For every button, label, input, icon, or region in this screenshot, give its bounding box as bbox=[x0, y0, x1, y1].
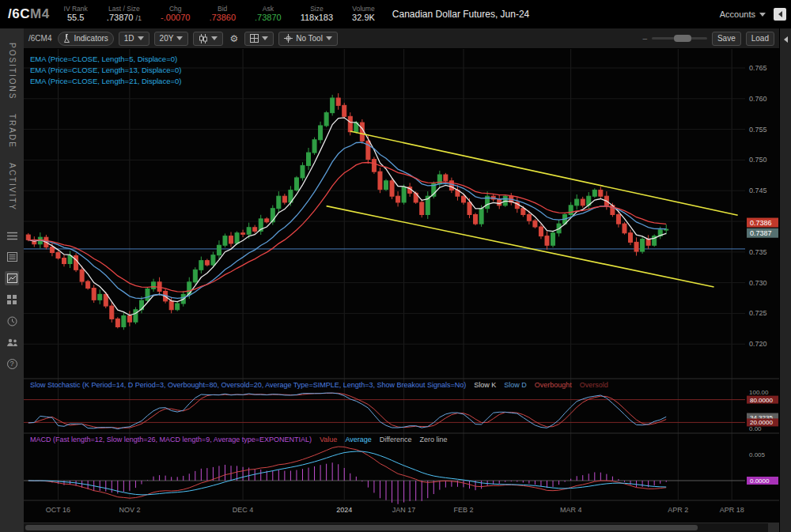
svg-text:DEC 4: DEC 4 bbox=[233, 506, 254, 514]
svg-text:0.750: 0.750 bbox=[749, 156, 767, 164]
candlestick-icon bbox=[199, 34, 208, 43]
svg-text:0.745: 0.745 bbox=[749, 187, 767, 194]
stat-value: 118x183 bbox=[301, 13, 333, 24]
stat-value: 55.5 bbox=[67, 13, 84, 24]
chart-area[interactable]: OCT 16NOV 2DEC 42024JAN 17FEB 2MAR 4APR … bbox=[24, 49, 779, 523]
zoom-slider-thumb[interactable] bbox=[674, 35, 691, 42]
svg-text:0.730: 0.730 bbox=[749, 279, 767, 287]
trading-app: /6CM4 IV Rank 55.5 Last / Size .73870 /1… bbox=[0, 0, 791, 532]
toolbar-symbol: /6CM4 bbox=[28, 34, 51, 43]
chevron-down-icon bbox=[262, 36, 268, 40]
horizontal-scrollbar[interactable] bbox=[24, 523, 779, 532]
symbol-title: /6CM4 bbox=[8, 6, 50, 22]
load-label: Load bbox=[751, 34, 769, 43]
stat-label: Volume bbox=[352, 5, 374, 13]
help-glyph: ? bbox=[9, 360, 13, 368]
header: /6CM4 IV Rank 55.5 Last / Size .73870 /1… bbox=[0, 0, 791, 28]
history-icon[interactable] bbox=[5, 314, 19, 328]
zoom-slider[interactable] bbox=[652, 37, 707, 40]
menu-icon[interactable] bbox=[5, 228, 19, 243]
chevron-down-icon bbox=[138, 36, 144, 40]
save-label: Save bbox=[717, 34, 736, 43]
stat-value: .73870 bbox=[255, 13, 282, 24]
accounts-label: Accounts bbox=[720, 9, 755, 19]
stat-value: .73870 /1 bbox=[107, 13, 142, 24]
chart-module: /6CM4 Indicators 1D 20Y ⚙ bbox=[24, 28, 779, 532]
chevron-down-icon bbox=[759, 13, 766, 17]
sidebar-tab-trade[interactable]: TRADE bbox=[8, 114, 17, 149]
contract-description: Canadian Dollar Futures, Jun-24 bbox=[392, 9, 529, 20]
chevron-down-icon bbox=[211, 36, 218, 40]
sidebar-tab-activity[interactable]: ACTIVITY bbox=[8, 163, 17, 211]
stat-label: Ask bbox=[263, 5, 274, 13]
stat-label: Bid bbox=[218, 5, 227, 13]
beaker-icon bbox=[63, 34, 70, 43]
help-icon[interactable]: ? bbox=[5, 357, 19, 371]
watchlist-icon[interactable] bbox=[5, 250, 19, 264]
chart-icon[interactable] bbox=[5, 271, 19, 285]
stat-label: Last / Size bbox=[108, 5, 140, 13]
left-sidebar: POSITIONS TRADE ACTIVITY bbox=[0, 28, 24, 532]
chart-toolbar: /6CM4 Indicators 1D 20Y ⚙ bbox=[24, 28, 779, 49]
chevron-down-icon bbox=[326, 36, 332, 40]
load-button[interactable]: Load bbox=[746, 32, 774, 46]
svg-text:80.0000: 80.0000 bbox=[750, 397, 773, 404]
svg-text:2024: 2024 bbox=[336, 506, 352, 514]
stat-ask: Ask .73870 bbox=[255, 5, 282, 24]
stat-volume: Volume 32.9K bbox=[352, 5, 375, 24]
drawing-tool-dropdown[interactable]: No Tool bbox=[278, 32, 338, 46]
svg-text:MAR 4: MAR 4 bbox=[560, 506, 582, 514]
svg-text:APR 18: APR 18 bbox=[720, 506, 744, 514]
stat-last-size: Last / Size .73870 /1 bbox=[107, 5, 142, 24]
chevron-left-icon bbox=[778, 11, 782, 17]
svg-text:0.760: 0.760 bbox=[749, 95, 767, 103]
svg-text:APR 2: APR 2 bbox=[668, 506, 688, 514]
symbol-month: M4 bbox=[30, 6, 50, 21]
svg-text:0.735: 0.735 bbox=[749, 248, 767, 256]
indicators-button[interactable]: Indicators bbox=[58, 32, 113, 46]
layout-grid-dropdown[interactable] bbox=[244, 32, 274, 46]
stat-bid: Bid .73860 bbox=[209, 5, 236, 24]
svg-text:OCT 16: OCT 16 bbox=[46, 506, 70, 514]
quote-stats: IV Rank 55.5 Last / Size .73870 /1 Chg -… bbox=[64, 5, 375, 24]
stat-chg: Chg -.00070 bbox=[161, 5, 190, 24]
accounts-dropdown[interactable]: Accounts bbox=[720, 9, 766, 19]
range-dropdown[interactable]: 20Y bbox=[154, 32, 189, 46]
zoom-out-dash[interactable]: – bbox=[642, 34, 647, 43]
community-icon[interactable] bbox=[5, 335, 19, 349]
svg-text:0.755: 0.755 bbox=[749, 126, 767, 134]
stat-value: 32.9K bbox=[352, 13, 375, 24]
timeframe-dropdown[interactable]: 1D bbox=[119, 32, 149, 46]
symbol-root: /6C bbox=[8, 6, 30, 21]
stat-iv-rank: IV Rank 55.5 bbox=[64, 5, 88, 24]
chart-settings-gear[interactable]: ⚙ bbox=[228, 33, 240, 44]
scrollbar-corner[interactable] bbox=[768, 523, 779, 532]
stat-size: Size 118x183 bbox=[301, 5, 333, 24]
grid-layout-icon bbox=[250, 34, 259, 43]
chart-type-dropdown[interactable] bbox=[193, 32, 223, 46]
svg-text:NOV 2: NOV 2 bbox=[119, 506, 140, 514]
stat-value: .73860 bbox=[209, 13, 236, 24]
svg-text:20.0000: 20.0000 bbox=[750, 419, 773, 426]
svg-text:0.725: 0.725 bbox=[749, 309, 767, 317]
collapse-panel-button[interactable] bbox=[774, 8, 786, 21]
timeframe-value: 1D bbox=[124, 34, 134, 43]
expand-right-panel-button[interactable] bbox=[784, 36, 788, 43]
stat-label: IV Rank bbox=[64, 5, 88, 13]
scrollbar-thumb[interactable] bbox=[25, 525, 698, 530]
save-button[interactable]: Save bbox=[712, 32, 741, 46]
apps-grid-icon[interactable] bbox=[5, 292, 19, 307]
sidebar-tab-positions[interactable]: POSITIONS bbox=[8, 43, 17, 100]
range-value: 20Y bbox=[160, 34, 174, 43]
crosshair-icon bbox=[284, 34, 293, 43]
price-chart-canvas[interactable]: OCT 16NOV 2DEC 42024JAN 17FEB 2MAR 4APR … bbox=[24, 49, 779, 523]
svg-text:0.005: 0.005 bbox=[749, 451, 766, 458]
svg-text:0.7387: 0.7387 bbox=[750, 229, 772, 237]
svg-text:0.7386: 0.7386 bbox=[750, 219, 772, 227]
chevron-down-icon bbox=[176, 36, 183, 40]
stat-label: Size bbox=[310, 5, 324, 13]
stat-label: Chg bbox=[169, 5, 182, 13]
svg-text:0.720: 0.720 bbox=[749, 340, 767, 348]
tool-value: No Tool bbox=[296, 34, 323, 43]
svg-text:FEB 2: FEB 2 bbox=[453, 506, 473, 514]
